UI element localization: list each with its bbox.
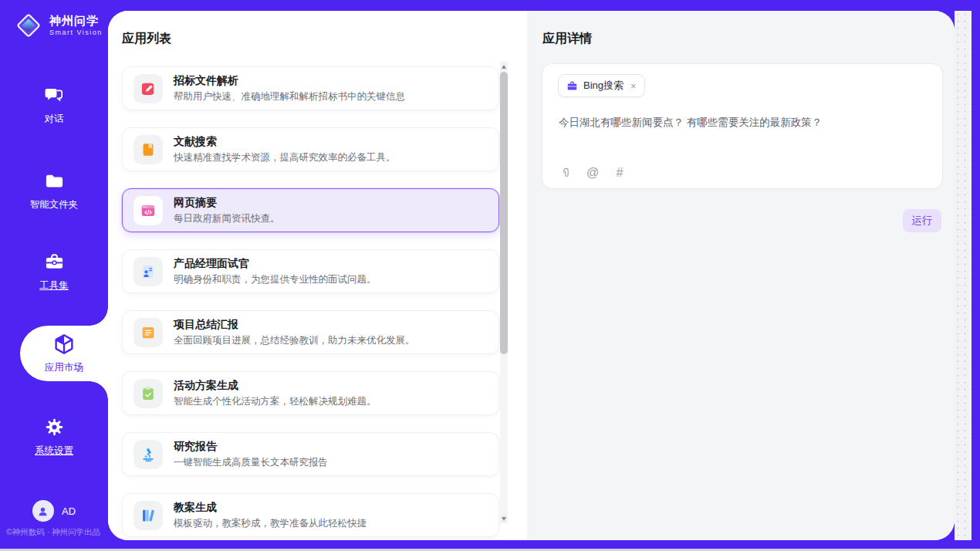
web-window-icon <box>133 196 163 225</box>
cube-icon <box>52 333 76 359</box>
app-card[interactable]: 招标文件解析 帮助用户快速、准确地理解和解析招标书中的关键信息 <box>122 66 499 110</box>
app-card[interactable]: 网页摘要 每日政府新闻资讯快查。 <box>122 188 499 232</box>
avatar <box>32 500 54 522</box>
scrollbar-thumb[interactable] <box>500 72 508 354</box>
chat-icon <box>44 95 65 108</box>
app-list-panel: 应用列表 招标文件解析 帮助用户快速、准确地理解和解析招标书中的关键信息 文献搜… <box>108 11 527 540</box>
composer-toolbar: @ # <box>559 166 627 180</box>
app-card-desc: 一键智能生成高质量长文本研究报告 <box>174 456 328 468</box>
sidebar-item-toolset[interactable]: 工具集 <box>0 252 108 292</box>
app-card-desc: 模板驱动，教案秒成，教学准备从此轻松快捷 <box>174 517 367 529</box>
sidebar-item-label: 对话 <box>0 113 108 126</box>
tool-tag-label: Bing搜索 <box>583 79 623 93</box>
scroll-up-button[interactable] <box>500 62 508 71</box>
app-card-desc: 明确身份和职责，为您提供专业性的面试问题。 <box>174 273 377 286</box>
toolbox-icon <box>44 262 65 275</box>
list-scrollbar[interactable] <box>500 62 508 523</box>
sidebar-item-label: 智能文件夹 <box>0 198 108 211</box>
sidebar-item-chat[interactable]: 对话 <box>0 85 108 126</box>
books-icon <box>133 501 163 530</box>
hash-icon[interactable]: # <box>613 166 627 180</box>
paperclip-icon[interactable] <box>559 166 573 180</box>
briefcase-icon <box>566 80 578 92</box>
interview-doc-icon <box>133 257 163 286</box>
scroll-down-button[interactable] <box>500 514 508 523</box>
prompt-card: Bing搜索 × 今日湖北有哪些新闻要点？ 有哪些需要关注的最新政策？ @ # <box>542 63 943 189</box>
app-cards: 招标文件解析 帮助用户快速、准确地理解和解析招标书中的关键信息 文献搜索 快速精… <box>122 66 499 540</box>
app-card[interactable]: 教案生成 模板驱动，教案秒成，教学准备从此轻松快捷 <box>122 493 499 537</box>
run-button[interactable]: 运行 <box>903 209 941 232</box>
app-card[interactable]: 项目总结汇报 全面回顾项目进展，总结经验教训，助力未来优化发展。 <box>122 310 499 354</box>
at-icon[interactable]: @ <box>586 166 600 180</box>
clipboard-check-icon <box>133 379 163 408</box>
copyright-text: ©神州数码 · 神州问学出品 <box>6 527 108 538</box>
app-card-title: 产品经理面试官 <box>174 257 377 271</box>
app-card-title: 研究报告 <box>174 440 328 454</box>
app-card-title: 项目总结汇报 <box>174 318 415 332</box>
app-card-desc: 帮助用户快速、准确地理解和解析招标书中的关键信息 <box>174 90 405 103</box>
microscope-icon <box>133 440 163 469</box>
brand-name: 神州问学 <box>49 14 103 27</box>
brand-logo[interactable]: 神州问学 Smart Vision <box>14 11 103 40</box>
brand-subtitle: Smart Vision <box>49 29 103 36</box>
book-icon <box>133 135 163 164</box>
tab-fillet-top <box>90 307 108 326</box>
app-detail-title: 应用详情 <box>542 31 592 47</box>
diamond-logo-icon <box>14 11 43 40</box>
sidebar: 神州问学 Smart Vision 对话 智能文件夹 工具集 应用市场 系统设置 <box>0 0 108 551</box>
app-card-title: 招标文件解析 <box>174 74 405 88</box>
user-chip[interactable]: AD <box>0 500 108 522</box>
sidebar-item-label: 应用市场 <box>45 361 83 374</box>
gear-icon <box>44 427 65 440</box>
folder-icon <box>44 181 65 194</box>
app-card-title: 活动方案生成 <box>174 379 377 393</box>
app-card-desc: 智能生成个性化活动方案，轻松解决规划难题。 <box>174 395 377 407</box>
main-content: 应用列表 招标文件解析 帮助用户快速、准确地理解和解析招标书中的关键信息 文献搜… <box>108 11 955 540</box>
user-name: AD <box>62 505 76 517</box>
app-card-title: 教案生成 <box>174 501 367 515</box>
sidebar-item-label: 工具集 <box>0 279 108 292</box>
app-card-desc: 全面回顾项目进展，总结经验教训，助力未来优化发展。 <box>174 334 415 346</box>
app-list-title: 应用列表 <box>122 31 171 47</box>
edit-square-icon <box>133 74 163 103</box>
page-gutter <box>955 11 972 540</box>
app-detail-panel: 应用详情 Bing搜索 × 今日湖北有哪些新闻要点？ 有哪些需要关注的最新政策？… <box>527 11 955 540</box>
app-card[interactable]: 文献搜索 快速精准查找学术资源，提高研究效率的必备工具。 <box>122 127 499 171</box>
app-card-title: 文献搜索 <box>174 135 396 149</box>
prompt-input[interactable]: 今日湖北有哪些新闻要点？ 有哪些需要关注的最新政策？ <box>559 115 924 130</box>
close-icon[interactable]: × <box>630 81 637 91</box>
tool-tag-bing-search[interactable]: Bing搜索 × <box>558 74 645 97</box>
arrow-up-icon <box>502 65 506 69</box>
sidebar-item-settings[interactable]: 系统设置 <box>0 417 108 458</box>
app-card[interactable]: 研究报告 一键智能生成高质量长文本研究报告 <box>122 432 499 476</box>
app-card[interactable]: 活动方案生成 智能生成个性化活动方案，轻松解决规划难题。 <box>122 371 499 415</box>
tab-fillet-bottom <box>90 381 108 400</box>
app-card-desc: 每日政府新闻资讯快查。 <box>174 212 280 225</box>
arrow-down-icon <box>502 517 506 521</box>
app-card[interactable]: 产品经理面试官 明确身份和职责，为您提供专业性的面试问题。 <box>122 249 499 293</box>
report-note-icon <box>133 318 163 347</box>
app-card-desc: 快速精准查找学术资源，提高研究效率的必备工具。 <box>174 151 396 164</box>
sidebar-item-label: 系统设置 <box>0 445 108 458</box>
sidebar-item-app-market[interactable]: 应用市场 <box>20 326 108 381</box>
app-card-title: 网页摘要 <box>174 196 280 210</box>
sidebar-item-smart-folder[interactable]: 智能文件夹 <box>0 171 108 211</box>
